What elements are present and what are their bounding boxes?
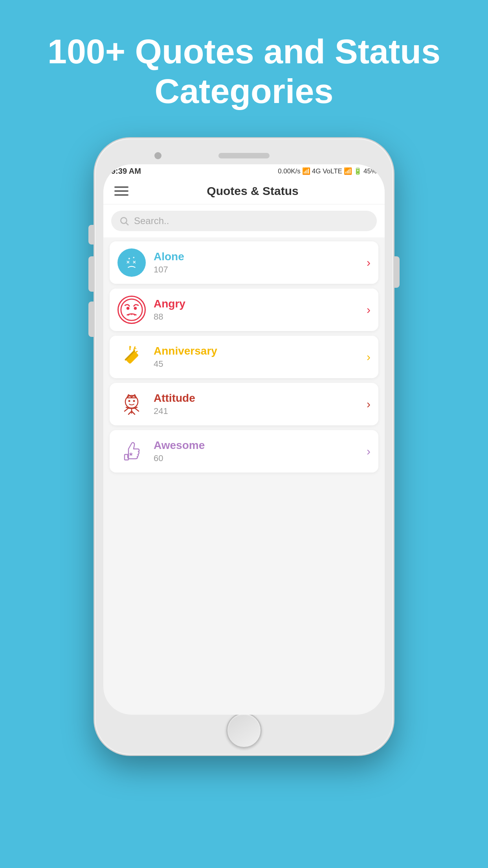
svg-line-24 (135, 408, 139, 411)
signal-icon-2: 📶 (344, 167, 352, 175)
awesome-name: Awesome (154, 439, 367, 452)
status-right-icons: 0.00K/s 📶 4G VoLTE 📶 🔋 45% (278, 167, 377, 175)
phone-top-hardware (103, 147, 385, 164)
alone-icon: ✦ ✦ ✕ ✕ (117, 248, 146, 277)
svg-point-8 (127, 307, 130, 310)
phone-shell: 9:39 AM 0.00K/s 📶 4G VoLTE 📶 🔋 45% (95, 138, 393, 755)
list-item[interactable]: ★ ★ Anniversary 45 › (110, 336, 378, 378)
search-container: Search.. (103, 204, 385, 237)
app-screen: 9:39 AM 0.00K/s 📶 4G VoLTE 📶 🔋 45% (103, 164, 385, 715)
category-list: ✦ ✦ ✕ ✕ Alone 107 (103, 237, 385, 476)
menu-button[interactable] (113, 185, 130, 197)
search-placeholder[interactable]: Search.. (134, 215, 369, 226)
alone-text: Alone 107 (154, 250, 367, 275)
anniversary-text: Anniversary 45 (154, 345, 367, 369)
anniversary-name: Anniversary (154, 345, 367, 357)
network-type-text: 4G VoLTE (312, 167, 342, 175)
list-item[interactable]: ★ Awesome 60 › (110, 430, 378, 473)
list-item[interactable]: Angry 88 › (110, 289, 378, 331)
hamburger-line-1 (114, 186, 128, 188)
network-speed-text: 0.00K/s (278, 167, 301, 175)
svg-text:✕: ✕ (132, 260, 136, 265)
angry-name: Angry (154, 298, 367, 310)
svg-text:✕: ✕ (126, 260, 130, 265)
anniversary-icon: ★ ★ (117, 343, 146, 371)
list-item[interactable]: Attitude 241 › (110, 383, 378, 425)
status-time: 9:39 AM (111, 167, 141, 176)
hamburger-line-3 (114, 194, 128, 196)
angry-count: 88 (154, 312, 367, 322)
battery-icon: 🔋 (354, 167, 362, 175)
svg-point-0 (121, 218, 127, 224)
phone-mockup: 9:39 AM 0.00K/s 📶 4G VoLTE 📶 🔋 45% (95, 138, 393, 755)
attitude-icon (117, 390, 146, 418)
anniversary-count: 45 (154, 359, 367, 369)
front-camera (154, 152, 161, 159)
app-title: Quotes & Status (130, 184, 375, 198)
svg-point-7 (121, 299, 142, 320)
attitude-count: 241 (154, 406, 367, 416)
anniversary-chevron: › (367, 350, 371, 364)
volume-up-button (88, 256, 95, 292)
search-bar[interactable]: Search.. (111, 211, 377, 231)
alone-chevron: › (367, 256, 371, 269)
svg-point-2 (122, 253, 141, 272)
alone-count: 107 (154, 265, 367, 275)
awesome-text: Awesome 60 (154, 439, 367, 463)
alone-name: Alone (154, 250, 367, 263)
svg-text:✦: ✦ (132, 256, 135, 259)
status-bar: 9:39 AM 0.00K/s 📶 4G VoLTE 📶 🔋 45% (103, 164, 385, 178)
attitude-text: Attitude 241 (154, 392, 367, 416)
attitude-name: Attitude (154, 392, 367, 405)
awesome-icon: ★ (117, 437, 146, 465)
awesome-count: 60 (154, 453, 367, 463)
phone-bottom-hardware (103, 715, 385, 746)
hero-title: 100+ Quotes and Status Categories (0, 0, 488, 127)
battery-percent: 45% (363, 167, 377, 175)
power-button (393, 256, 400, 288)
svg-text:★: ★ (128, 345, 132, 349)
phone-speaker (218, 153, 270, 158)
home-button[interactable] (226, 713, 262, 748)
angry-chevron: › (367, 303, 371, 316)
angry-icon (117, 296, 146, 324)
volume-down-button (88, 302, 95, 337)
signal-icon: 📶 (302, 167, 310, 175)
hamburger-line-2 (114, 190, 128, 192)
search-icon (119, 216, 129, 226)
svg-line-23 (125, 408, 128, 411)
svg-line-1 (126, 223, 128, 225)
silent-button (88, 225, 95, 245)
angry-text: Angry 88 (154, 298, 367, 322)
attitude-chevron: › (367, 397, 371, 411)
svg-text:★: ★ (128, 451, 134, 457)
phone-screen: 9:39 AM 0.00K/s 📶 4G VoLTE 📶 🔋 45% (103, 164, 385, 715)
svg-point-18 (128, 400, 130, 402)
list-item[interactable]: ✦ ✦ ✕ ✕ Alone 107 (110, 241, 378, 284)
svg-point-9 (134, 307, 137, 310)
awesome-chevron: › (367, 445, 371, 458)
app-bar: Quotes & Status (103, 178, 385, 204)
svg-point-19 (133, 400, 135, 402)
